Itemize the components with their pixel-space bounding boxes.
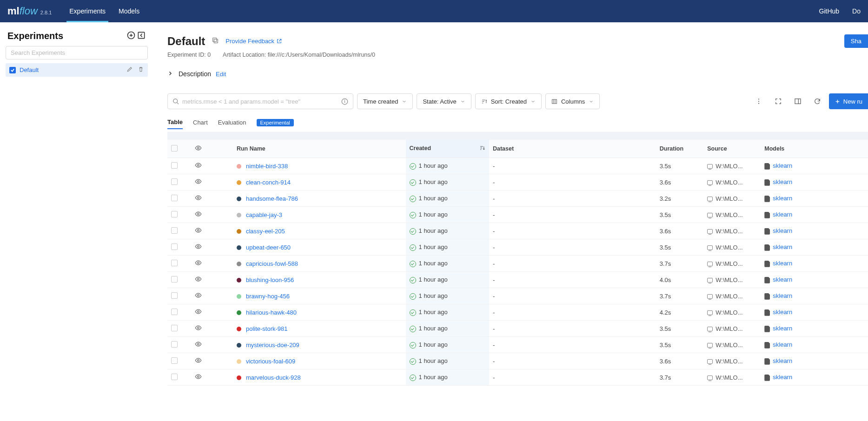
row-visibility-icon[interactable] xyxy=(191,174,215,191)
nav-docs[interactable]: Do xyxy=(846,0,861,22)
table-row[interactable]: blushing-loon-9561 hour ago-4.0sW:\MLO..… xyxy=(167,272,868,288)
row-source[interactable]: W:\MLO... xyxy=(703,288,761,304)
row-model[interactable]: sklearn xyxy=(761,321,868,337)
row-model[interactable]: sklearn xyxy=(761,304,868,321)
experiment-checkbox[interactable] xyxy=(9,67,16,73)
tab-table[interactable]: Table xyxy=(167,116,183,129)
row-visibility-icon[interactable] xyxy=(191,353,215,369)
row-run-name[interactable]: capable-jay-3 xyxy=(233,207,406,223)
row-run-name[interactable]: upbeat-deer-650 xyxy=(233,239,406,256)
row-checkbox[interactable] xyxy=(167,174,191,191)
row-visibility-icon[interactable] xyxy=(191,304,215,321)
nav-experiments[interactable]: Experiments xyxy=(63,0,112,22)
row-source[interactable]: W:\MLO... xyxy=(703,272,761,288)
header-run-name[interactable]: Run Name xyxy=(233,140,406,158)
row-source[interactable]: W:\MLO... xyxy=(703,158,761,174)
row-checkbox[interactable] xyxy=(167,337,191,353)
row-checkbox[interactable] xyxy=(167,158,191,174)
row-model[interactable]: sklearn xyxy=(761,288,868,304)
row-visibility-icon[interactable] xyxy=(191,191,215,207)
run-search-box[interactable] xyxy=(167,93,353,109)
row-checkbox[interactable] xyxy=(167,353,191,369)
row-checkbox[interactable] xyxy=(167,239,191,256)
search-experiments-input[interactable] xyxy=(6,46,148,59)
share-button[interactable]: Sha xyxy=(844,34,868,48)
sort-dropdown[interactable]: Sort: Created xyxy=(475,93,542,109)
collapse-sidebar-icon[interactable] xyxy=(137,31,146,41)
table-row[interactable]: handsome-flea-7861 hour ago-3.2sW:\MLO..… xyxy=(167,191,868,207)
row-visibility-icon[interactable] xyxy=(191,288,215,304)
new-run-button[interactable]: New ru xyxy=(829,93,868,109)
row-model[interactable]: sklearn xyxy=(761,191,868,207)
row-run-name[interactable]: clean-conch-914 xyxy=(233,174,406,191)
expand-description-icon[interactable] xyxy=(167,70,174,78)
header-created[interactable]: Created xyxy=(406,140,489,158)
header-source[interactable]: Source xyxy=(703,140,761,158)
info-icon[interactable] xyxy=(341,98,348,105)
row-model[interactable]: sklearn xyxy=(761,158,868,174)
table-row[interactable]: upbeat-deer-6501 hour ago-3.5sW:\MLO...s… xyxy=(167,239,868,256)
nav-github[interactable]: GitHub xyxy=(813,0,846,22)
header-duration[interactable]: Duration xyxy=(656,140,704,158)
edit-experiment-icon[interactable] xyxy=(124,67,133,74)
row-run-name[interactable]: blushing-loon-956 xyxy=(233,272,406,288)
table-row[interactable]: brawny-hog-4561 hour ago-3.7sW:\MLO...sk… xyxy=(167,288,868,304)
row-run-name[interactable]: handsome-flea-786 xyxy=(233,191,406,207)
row-run-name[interactable]: capricious-fowl-588 xyxy=(233,256,406,272)
row-source[interactable]: W:\MLO... xyxy=(703,191,761,207)
run-search-input[interactable] xyxy=(179,98,341,105)
row-model[interactable]: sklearn xyxy=(761,337,868,353)
header-visibility-icon[interactable] xyxy=(191,140,215,158)
table-row[interactable]: classy-eel-2051 hour ago-3.6sW:\MLO...sk… xyxy=(167,223,868,239)
row-checkbox[interactable] xyxy=(167,288,191,304)
row-model[interactable]: sklearn xyxy=(761,272,868,288)
row-model[interactable]: sklearn xyxy=(761,239,868,256)
table-row[interactable]: marvelous-duck-9281 hour ago-3.7sW:\MLO.… xyxy=(167,369,868,386)
fullscreen-icon[interactable] xyxy=(770,93,786,109)
columns-dropdown[interactable]: Columns xyxy=(545,93,600,109)
row-source[interactable]: W:\MLO... xyxy=(703,207,761,223)
time-filter-dropdown[interactable]: Time created xyxy=(357,93,413,109)
header-models[interactable]: Models xyxy=(761,140,868,158)
row-run-name[interactable]: classy-eel-205 xyxy=(233,223,406,239)
row-source[interactable]: W:\MLO... xyxy=(703,353,761,369)
table-row[interactable]: capricious-fowl-5881 hour ago-3.7sW:\MLO… xyxy=(167,256,868,272)
row-source[interactable]: W:\MLO... xyxy=(703,239,761,256)
state-filter-dropdown[interactable]: State: Active xyxy=(417,93,471,109)
row-source[interactable]: W:\MLO... xyxy=(703,369,761,386)
nav-models[interactable]: Models xyxy=(112,0,146,22)
row-model[interactable]: sklearn xyxy=(761,353,868,369)
logo[interactable]: mlflow 2.8.1 xyxy=(7,5,52,17)
row-run-name[interactable]: mysterious-doe-209 xyxy=(233,337,406,353)
row-visibility-icon[interactable] xyxy=(191,256,215,272)
row-model[interactable]: sklearn xyxy=(761,207,868,223)
row-source[interactable]: W:\MLO... xyxy=(703,174,761,191)
row-run-name[interactable]: brawny-hog-456 xyxy=(233,288,406,304)
row-source[interactable]: W:\MLO... xyxy=(703,321,761,337)
row-model[interactable]: sklearn xyxy=(761,174,868,191)
table-row[interactable]: victorious-foal-6091 hour ago-3.6sW:\MLO… xyxy=(167,353,868,369)
panel-toggle-icon[interactable] xyxy=(790,93,806,109)
row-model[interactable]: sklearn xyxy=(761,223,868,239)
row-run-name[interactable]: polite-stork-981 xyxy=(233,321,406,337)
header-checkbox[interactable] xyxy=(167,140,191,158)
row-visibility-icon[interactable] xyxy=(191,158,215,174)
row-source[interactable]: W:\MLO... xyxy=(703,256,761,272)
table-row[interactable]: clean-conch-9141 hour ago-3.6sW:\MLO...s… xyxy=(167,174,868,191)
row-source[interactable]: W:\MLO... xyxy=(703,337,761,353)
refresh-icon[interactable] xyxy=(809,93,825,109)
row-source[interactable]: W:\MLO... xyxy=(703,223,761,239)
tab-chart[interactable]: Chart xyxy=(193,116,208,129)
row-run-name[interactable]: victorious-foal-609 xyxy=(233,353,406,369)
more-menu-icon[interactable] xyxy=(751,93,767,109)
feedback-link[interactable]: Provide Feedback xyxy=(225,38,282,45)
row-model[interactable]: sklearn xyxy=(761,369,868,386)
row-run-name[interactable]: hilarious-hawk-480 xyxy=(233,304,406,321)
row-visibility-icon[interactable] xyxy=(191,223,215,239)
experiment-list-item[interactable]: Default xyxy=(6,63,148,77)
edit-description-link[interactable]: Edit xyxy=(216,71,226,78)
table-row[interactable]: nimble-bird-3381 hour ago-3.5sW:\MLO...s… xyxy=(167,158,868,174)
row-source[interactable]: W:\MLO... xyxy=(703,304,761,321)
row-checkbox[interactable] xyxy=(167,256,191,272)
row-visibility-icon[interactable] xyxy=(191,239,215,256)
